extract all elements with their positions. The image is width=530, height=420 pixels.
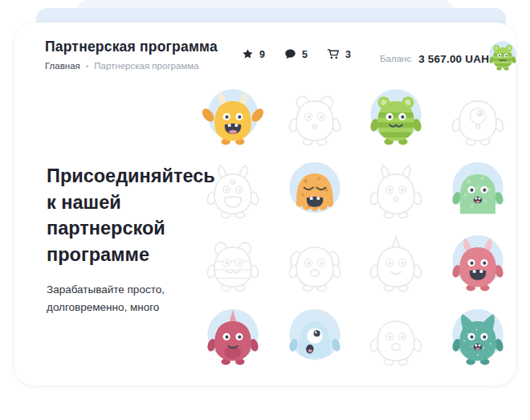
cart-counter[interactable]: 3 (327, 48, 351, 60)
breadcrumb-home-link[interactable]: Главная (45, 61, 80, 71)
magenta-unicorn-monster (192, 301, 274, 374)
green-bear-monster (355, 81, 437, 154)
partner-program-window: Партнерская программа Главная • Партнерс… (0, 0, 530, 420)
breadcrumb-separator-icon: • (86, 62, 89, 71)
hero-subheading: Зарабатывайте просто, долговременно, мно… (47, 281, 191, 316)
cart-icon (327, 48, 340, 60)
orange-octopus-monster (274, 154, 356, 227)
header-counters: 9 5 3 (242, 48, 351, 60)
pink-horned-monster (437, 228, 519, 301)
balance-label: Баланс (380, 54, 411, 63)
outline-eared-monster (274, 228, 356, 301)
teal-furry-monster (437, 301, 519, 374)
green-ghost-monster (437, 154, 519, 227)
outline-plain-monster (355, 301, 437, 374)
star-icon (242, 48, 254, 60)
outline-cyclops-monster (437, 81, 519, 154)
outline-hedgehog-monster (274, 81, 356, 154)
balance-dropdown[interactable]: Баланс 3 567.00 UAH (380, 51, 500, 66)
comments-count: 5 (302, 49, 308, 60)
comment-icon (284, 48, 296, 60)
outline-horned-monster (355, 154, 437, 227)
favorites-count: 9 (259, 49, 265, 60)
outline-unicorn-monster (355, 228, 437, 301)
outline-three-eyed-monster (192, 154, 274, 227)
yellow-horned-monster (192, 81, 274, 154)
monster-grid (192, 81, 519, 374)
main-card: Партнерская программа Главная • Партнерс… (14, 22, 516, 385)
cart-count: 3 (345, 49, 351, 60)
breadcrumb: Главная • Партнерская программа (45, 61, 218, 71)
favorites-counter[interactable]: 9 (242, 48, 265, 60)
outline-striped-bear-monster (192, 228, 274, 301)
blue-cyclops-monster (274, 301, 356, 374)
comments-counter[interactable]: 5 (284, 48, 308, 60)
avatar[interactable] (484, 38, 521, 75)
breadcrumb-current: Партнерская программа (94, 61, 198, 71)
header: Партнерская программа Главная • Партнерс… (45, 39, 218, 71)
balance-value: 3 567.00 UAH (418, 53, 489, 65)
page-title: Партнерская программа (45, 39, 218, 55)
